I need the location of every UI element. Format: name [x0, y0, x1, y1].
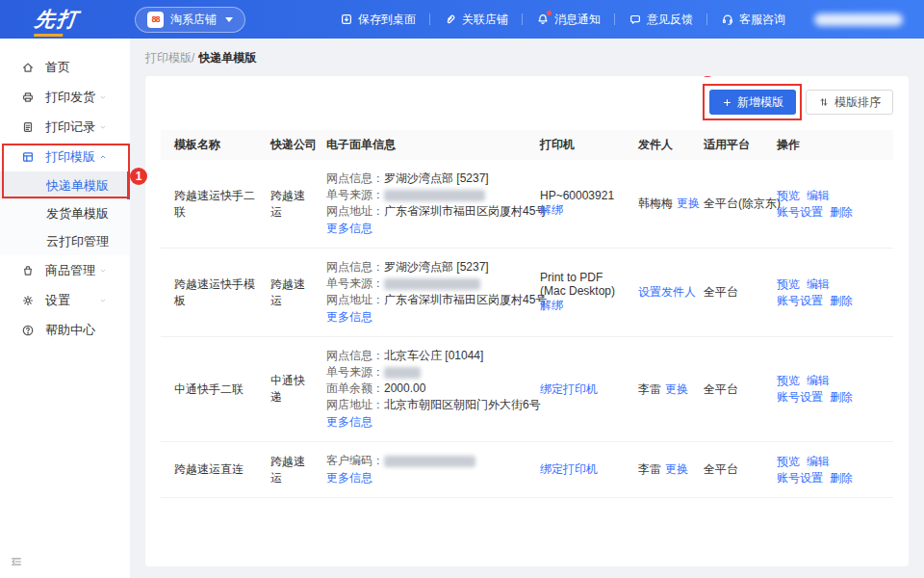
more-info-link[interactable]: 更多信息 — [326, 309, 372, 326]
sidebar-subitem-express-template[interactable]: 快递单模版 — [0, 171, 130, 199]
op-delete-link[interactable]: 删除 — [830, 294, 853, 307]
sidebar-item-help[interactable]: 帮助中心 — [0, 315, 130, 345]
waybill-info-value: 罗湖沙湾点部 [5237] — [384, 259, 489, 276]
sidebar-item-goods[interactable]: 商品管理 — [0, 255, 130, 285]
op-edit-link[interactable]: 编辑 — [807, 277, 830, 291]
template-name: 跨越速运直连 — [161, 442, 263, 498]
waybill-info-cell: 客户编码：更多信息 — [319, 442, 532, 498]
bind-printer-link[interactable]: 绑定打印机 — [540, 382, 598, 396]
template-name: 跨越速运快手模板 — [161, 249, 263, 337]
change-sender-link[interactable]: 更换 — [665, 382, 688, 396]
op-account-settings-link[interactable]: 账号设置 — [777, 294, 823, 307]
op-account-settings-link[interactable]: 账号设置 — [777, 205, 823, 219]
op-preview-link[interactable]: 预览 — [777, 455, 800, 468]
topbar-item-feedback[interactable]: 意见反馈 — [615, 12, 706, 28]
waybill-info-value: 广东省深圳市福田区岗厦村45号 — [384, 292, 547, 308]
topbar-item-notifications[interactable]: 消息通知 — [523, 12, 614, 28]
collapse-sidebar-icon[interactable] — [10, 555, 23, 568]
breadcrumb-parent[interactable]: 打印模版/ — [145, 51, 194, 65]
table-header-row: 模板名称快递公司电子面单信息打印机发件人适用平台操作 — [161, 130, 893, 160]
sidebar-item-label: 商品管理 — [45, 262, 95, 279]
toolbar: 新增模版 2 点击新增模版 模版排序 — [161, 90, 893, 115]
topbar-item-label: 意见反馈 — [647, 12, 693, 28]
sender-cell: 设置发件人 — [630, 249, 696, 337]
sidebar-subitem-cloud-print[interactable]: 云打印管理 — [0, 227, 130, 255]
op-preview-link[interactable]: 预览 — [777, 374, 800, 387]
change-sender-link[interactable]: 更换 — [665, 462, 688, 476]
change-sender-link[interactable]: 更换 — [677, 197, 700, 210]
add-template-button[interactable]: 新增模版 — [709, 90, 796, 115]
sidebar-subitem-shipping-template[interactable]: 发货单模版 — [0, 199, 130, 227]
sidebar-nav: 首页打印发货打印记录打印模版快递单模版发货单模版云打印管理商品管理设置帮助中心 — [0, 52, 130, 345]
op-edit-link[interactable]: 编辑 — [807, 189, 830, 202]
unbind-printer-link[interactable]: 解绑 — [540, 299, 563, 312]
topbar-item-label: 保存到桌面 — [358, 12, 416, 28]
sidebar-subitem-label: 云打印管理 — [46, 233, 109, 250]
main-content: 打印模版/快递单模版 新增模版 2 点击新增模版 模版排序 — [130, 39, 924, 578]
platform-cell: 全平台(除京东) — [696, 160, 769, 249]
column-header-4: 发件人 — [630, 130, 696, 160]
table-row: 跨越速运快手模板 跨越速运 网点信息：罗湖沙湾点部 [5237]单号来源：网点地… — [161, 249, 893, 337]
more-info-link[interactable]: 更多信息 — [326, 414, 372, 431]
topbar-item-customer-service[interactable]: 客服咨询 — [707, 12, 799, 28]
topbar-item-label: 关联店铺 — [462, 12, 508, 28]
op-delete-link[interactable]: 删除 — [830, 390, 853, 404]
waybill-info-line: 网店地址：北京市朝阳区朝阳门外大街6号 — [326, 397, 525, 413]
express-company: 跨越速运 — [263, 249, 319, 337]
template-icon — [21, 150, 35, 164]
waybill-info-line: 网点地址：广东省深圳市福田区岗厦村45号 — [326, 203, 525, 220]
op-preview-link[interactable]: 预览 — [777, 189, 800, 202]
topbar-item-link-shops[interactable]: 关联店铺 — [430, 12, 522, 28]
redacted-value — [384, 190, 485, 201]
topbar-item-save-to-desktop[interactable]: 保存到桌面 — [326, 12, 429, 28]
op-account-settings-link[interactable]: 账号设置 — [777, 390, 823, 404]
column-header-0: 模板名称 — [161, 130, 263, 160]
sender-name: 李雷 — [638, 462, 661, 476]
sidebar-item-label: 首页 — [45, 59, 70, 76]
waybill-info-line: 网点信息：罗湖沙湾点部 [5237] — [326, 259, 525, 276]
record-icon — [21, 120, 35, 134]
sidebar-item-print-templates[interactable]: 打印模版 — [0, 142, 130, 171]
sort-templates-button[interactable]: 模版排序 — [806, 90, 893, 115]
waybill-info-line: 单号来源： — [326, 364, 525, 381]
template-name: 跨越速运快手二联 — [161, 160, 263, 249]
topbar-item-label: 客服咨询 — [739, 12, 785, 28]
express-company: 跨越速运 — [263, 160, 319, 249]
redacted-value — [384, 456, 475, 467]
plus-icon — [722, 97, 732, 108]
account-name-redacted[interactable] — [814, 13, 903, 26]
set-sender-link[interactable]: 设置发件人 — [638, 285, 696, 299]
op-delete-link[interactable]: 删除 — [830, 205, 853, 219]
printer-cell: 绑定打印机 — [532, 442, 630, 498]
op-delete-link[interactable]: 删除 — [830, 471, 853, 485]
platform-cell: 全平台 — [696, 442, 769, 498]
feedback-icon — [629, 13, 642, 26]
op-edit-link[interactable]: 编辑 — [807, 374, 830, 387]
annotation-step2-number: 2 — [699, 76, 716, 77]
topbar-item-label: 消息通知 — [554, 12, 601, 28]
waybill-info-value: 广东省深圳市福田区岗厦村45号 — [384, 203, 547, 220]
sidebar-submenu: 快递单模版发货单模版云打印管理 — [0, 171, 130, 255]
operations-cell: 预览编辑账号设置删除 — [769, 442, 893, 498]
op-edit-link[interactable]: 编辑 — [807, 455, 830, 468]
more-info-link[interactable]: 更多信息 — [326, 470, 372, 486]
annotation-step2-text: 点击新增模版 — [722, 76, 797, 77]
sidebar-item-print-records[interactable]: 打印记录 — [0, 112, 130, 142]
store-selector[interactable]: 88 淘系店铺 — [135, 7, 245, 33]
sidebar-item-label: 帮助中心 — [45, 322, 95, 339]
sidebar-item-print-ship[interactable]: 打印发货 — [0, 82, 130, 112]
unbind-printer-link[interactable]: 解绑 — [540, 203, 563, 217]
waybill-info-value: 北京市朝阳区朝阳门外大街6号 — [384, 397, 541, 413]
sidebar-item-settings[interactable]: 设置 — [0, 285, 130, 315]
sidebar-item-home[interactable]: 首页 — [0, 52, 130, 82]
table-row: 中通快手二联 中通快递 网点信息：北京车公庄 [01044]单号来源：面单余额：… — [161, 337, 893, 442]
waybill-info-line: 客户编码： — [326, 453, 525, 469]
breadcrumb-current: 快递单模版 — [198, 51, 256, 65]
op-preview-link[interactable]: 预览 — [777, 277, 800, 291]
bind-printer-link[interactable]: 绑定打印机 — [540, 462, 598, 476]
headset-icon — [721, 13, 734, 26]
waybill-info-line: 网点信息：北京车公庄 [01044] — [326, 348, 525, 364]
op-account-settings-link[interactable]: 账号设置 — [777, 471, 823, 485]
printer-icon — [21, 91, 35, 104]
more-info-link[interactable]: 更多信息 — [326, 221, 372, 237]
